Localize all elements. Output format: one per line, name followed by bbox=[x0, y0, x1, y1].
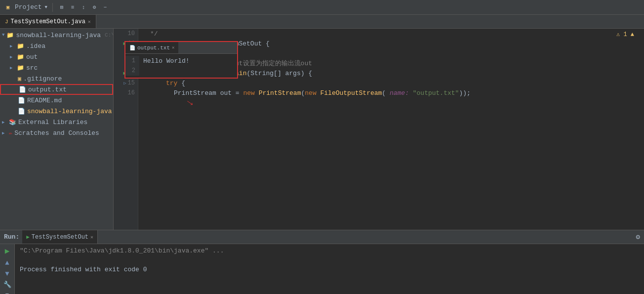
sidebar-item-external-libraries[interactable]: ▶ 📚 External Libraries bbox=[0, 117, 113, 127]
run-tab-close[interactable]: ✕ bbox=[90, 234, 93, 240]
project-name: snowball-learning-java bbox=[16, 32, 101, 39]
gitignore-label: .gitignore bbox=[23, 75, 62, 83]
structure-icon[interactable]: ⊞ bbox=[58, 3, 66, 11]
run-output-line-2 bbox=[20, 256, 639, 264]
popup-tab-output[interactable]: 📄 output.txt ✕ bbox=[138, 42, 178, 53]
expand-arrow-idea: ▶ bbox=[10, 43, 15, 49]
external-libraries-label: External Libraries bbox=[18, 119, 87, 126]
popup-tab-bar: 📄 output.txt ✕ bbox=[138, 42, 237, 54]
warning-badge: ⚠ 1 ▲ bbox=[616, 31, 634, 38]
run-play-button[interactable]: ▶ bbox=[5, 246, 10, 256]
output-txt-popup[interactable]: 📄 output.txt ✕ 1 Hello World! 2 bbox=[138, 41, 238, 79]
xml-file-icon: 📄 bbox=[18, 108, 25, 115]
lib-icon: 📚 bbox=[9, 119, 16, 126]
run-gear-icon[interactable]: ⚙ bbox=[636, 233, 640, 241]
expand-arrow-lib: ▶ bbox=[2, 120, 7, 125]
sidebar-item-gitignore[interactable]: ▣ .gitignore bbox=[0, 73, 113, 84]
project-sidebar: ▼ 📁 snowball-learning-java C:\User ▶ 📁 .… bbox=[0, 29, 114, 230]
code-line-16: PrintStream out = new PrintStream ( new … bbox=[142, 88, 640, 98]
red-arrow-indicator: → bbox=[184, 96, 196, 110]
run-label: Run: bbox=[4, 233, 19, 241]
main-content: ▼ 📁 snowball-learning-java C:\User ▶ 📁 .… bbox=[0, 29, 644, 230]
sidebar-item-readme[interactable]: 📄 README.md bbox=[0, 95, 113, 106]
popup-tab-close[interactable]: ✕ bbox=[172, 45, 174, 50]
idea-folder-icon: 📁 bbox=[17, 42, 24, 50]
line-15: ▷ 15 bbox=[114, 78, 138, 88]
expand-arrow: ▼ bbox=[2, 33, 4, 38]
src-folder-icon: 📁 bbox=[17, 64, 24, 72]
run-output-line-1: "C:\Program Files\Java\jdk1.8.0_201\bin\… bbox=[20, 247, 639, 254]
run-panel: Run: ▶ TestSystemSetOut ✕ ⚙ ▶ ▲ ▼ 🔧 ≡ ⊡ … bbox=[0, 230, 644, 294]
run-wrench-button[interactable]: 🔧 bbox=[3, 281, 11, 289]
popup-code-content: 1 Hello World! 2 bbox=[138, 54, 237, 78]
sidebar-item-src[interactable]: ▶ 📁 src bbox=[0, 62, 113, 73]
line-16: 16 bbox=[114, 88, 138, 98]
run-lines-button[interactable]: ≡ bbox=[5, 292, 9, 294]
expand-arrow-scratch: ▶ bbox=[2, 130, 7, 136]
run-tab-icon: ▶ bbox=[26, 234, 30, 240]
run-scroll-up-button[interactable]: ▲ bbox=[5, 259, 9, 267]
code-line-10: */ bbox=[142, 29, 640, 39]
src-label: src bbox=[26, 64, 38, 72]
expand-arrow-out: ▶ bbox=[10, 54, 15, 60]
run-output-line-3: Process finished with exit code 0 bbox=[20, 266, 639, 273]
line-10: 10 bbox=[114, 29, 138, 39]
sidebar-item-output-txt[interactable]: 📄 output.txt bbox=[0, 84, 113, 95]
expand-arrow-src: ▶ bbox=[10, 65, 15, 71]
run-output: "C:\Program Files\Java\jdk1.8.0_201\bin\… bbox=[15, 244, 644, 294]
output-txt-label: output.txt bbox=[28, 86, 67, 93]
run-tab-label: TestSystemSetOut bbox=[32, 234, 88, 241]
dropdown-arrow[interactable]: ▼ bbox=[45, 5, 47, 10]
code-content[interactable]: ⚠ 1 ▲ */ public class TestSystemSetOut { bbox=[138, 29, 644, 230]
out-label: out bbox=[26, 53, 38, 61]
code-line-15: try { bbox=[142, 78, 640, 88]
sidebar-item-out[interactable]: ▶ 📁 out bbox=[0, 51, 113, 62]
scratch-icon: ✏ bbox=[9, 129, 12, 137]
sidebar-item-idea[interactable]: ▶ 📁 .idea bbox=[0, 41, 113, 51]
git-file-icon: ▣ bbox=[18, 75, 21, 83]
run-scroll-down-button[interactable]: ▼ bbox=[5, 270, 9, 278]
md-file-icon: 📄 bbox=[18, 97, 25, 104]
list-icon[interactable]: ≡ bbox=[69, 3, 77, 11]
toolbar: ▣ Project ▼ ⊞ ≡ ↕ ⚙ − bbox=[0, 0, 644, 15]
scratches-label: Scratches and Consoles bbox=[14, 129, 99, 137]
txt-file-icon: 📄 bbox=[19, 86, 26, 93]
sort-icon[interactable]: ↕ bbox=[80, 3, 87, 11]
sidebar-item-project-root[interactable]: ▼ 📁 snowball-learning-java C:\User bbox=[0, 30, 113, 41]
editor-tab-bar: J TestSystemSetOut.java ✕ bbox=[0, 15, 644, 29]
editor-area: 10 ▶ 11 12 13 ▶ 14 ▷ 15 bbox=[114, 29, 644, 230]
popup-line-2-content bbox=[139, 67, 147, 75]
run-body: ▶ ▲ ▼ 🔧 ≡ ⊡ "C:\Program Files\Java\jdk1.… bbox=[0, 244, 644, 294]
tab-testsystemsetout[interactable]: J TestSystemSetOut.java ✕ bbox=[0, 15, 96, 28]
tab-close-button[interactable]: ✕ bbox=[88, 19, 91, 25]
sidebar-item-scratches[interactable]: ▶ ✏ Scratches and Consoles bbox=[0, 127, 113, 138]
project-label[interactable]: Project bbox=[15, 3, 42, 11]
toolbar-separator bbox=[52, 3, 53, 12]
run-controls: ▶ ▲ ▼ 🔧 ≡ ⊡ bbox=[0, 244, 15, 294]
popup-line-2: 2 bbox=[138, 66, 237, 76]
xml-label: snowball-learning-java bbox=[27, 108, 112, 115]
project-folder-icon: 📁 bbox=[6, 32, 14, 39]
tab-label: TestSystemSetOut.java bbox=[11, 18, 85, 25]
popup-line-1-content: Hello World! bbox=[139, 57, 190, 65]
settings-icon[interactable]: ⚙ bbox=[90, 3, 98, 11]
project-icon: ▣ bbox=[4, 3, 12, 11]
idea-label: .idea bbox=[26, 42, 45, 50]
project-path: C:\User bbox=[105, 32, 114, 38]
close-icon[interactable]: − bbox=[101, 3, 109, 11]
code-container: 10 ▶ 11 12 13 ▶ 14 ▷ 15 bbox=[114, 29, 644, 230]
popup-filename: output.txt bbox=[138, 45, 170, 51]
java-file-icon: J bbox=[5, 19, 8, 25]
run-tab-testsystemsetout[interactable]: ▶ TestSystemSetOut ✕ bbox=[22, 230, 98, 244]
run-tab-bar: Run: ▶ TestSystemSetOut ✕ ⚙ bbox=[0, 230, 644, 244]
popup-line-1: 1 Hello World! bbox=[138, 56, 237, 66]
readme-label: README.md bbox=[27, 97, 62, 104]
sidebar-item-xml[interactable]: 📄 snowball-learning-java.xml bbox=[0, 106, 113, 117]
out-folder-icon: 📁 bbox=[17, 53, 24, 61]
